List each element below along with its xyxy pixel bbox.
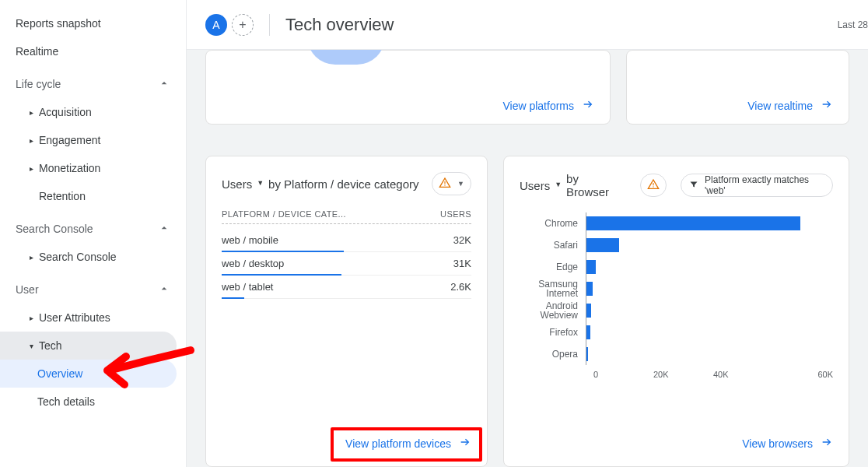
bar-row: Opera [520,343,833,365]
sidebar-item-user-attributes[interactable]: ▸ User Attributes [0,304,186,332]
row-label: web / tablet [222,281,274,293]
sidebar-item-tech[interactable]: ▾ Tech [0,332,177,360]
label-strong: Users [222,177,252,191]
label: Retention [39,190,86,202]
label: View realtime [747,100,813,112]
sidebar-item-acquisition[interactable]: ▸ Acquisition [0,98,186,126]
arrow-right-icon [821,98,833,113]
bar-fill [586,304,591,318]
sidebar-item-retention[interactable]: ▸ Retention [0,182,186,210]
arrow-right-icon [582,98,594,113]
filter-label: Platform exactly matches 'web' [705,174,824,196]
bar-row: Safari [520,234,833,256]
view-realtime-link[interactable]: View realtime [747,98,833,113]
filter-pill[interactable]: Platform exactly matches 'web' [681,174,833,197]
table-row[interactable]: web / tablet2.6K [222,276,471,299]
sidebar-item-realtime[interactable]: Realtime [0,37,186,65]
topbar: A + Tech overview Last 28 [187,0,868,50]
label: Life cycle [16,78,61,90]
label: View browsers [742,437,813,450]
browser-bar-chart: ChromeSafariEdgeSamsungInternetAndroidWe… [520,212,833,365]
dropdown-icon[interactable]: ▼ [555,181,562,188]
plus-icon: + [239,18,246,32]
bar-label: Chrome [520,219,586,228]
chevron-up-icon [158,222,170,237]
chevron-up-icon [158,77,170,92]
row-label: web / desktop [222,258,284,269]
view-browsers-link[interactable]: View browsers [742,436,833,451]
axis-tick: 40K [713,370,773,379]
sidebar-item-reports-snapshot[interactable]: Reports snapshot [0,9,186,37]
axis-tick: 0 [593,370,653,379]
sidebar-section-user[interactable]: User [0,276,186,304]
label: Acquisition [39,106,92,118]
bar-row: AndroidWebview [520,300,833,321]
warning-pill[interactable] [640,174,667,197]
bar-fill [586,260,596,274]
view-platform-devices-link[interactable]: View platform devices [345,436,471,451]
bar-label: SamsungInternet [520,279,586,298]
dropdown-icon: ▼ [457,180,464,188]
caret-right-icon: ▸ [26,253,36,262]
divider [269,14,270,36]
label: Overview [37,367,82,380]
bar-fill [586,238,619,252]
chart-fragment [307,50,385,65]
table-row[interactable]: web / mobile32K [222,229,471,252]
add-comparison-button[interactable]: + [232,14,254,36]
sidebar-item-monetization[interactable]: ▸ Monetization [0,154,186,182]
sidebar-item-tech-details[interactable]: Tech details [0,388,186,416]
label-rest: by Platform / device category [268,177,418,191]
platforms-summary-card: View platforms [205,50,611,125]
axis-tick: 60K [773,370,833,379]
row-value: 31K [453,258,471,269]
caret-right-icon: ▸ [26,314,36,322]
label: Search Console [39,251,117,263]
bar-label: Edge [520,262,586,272]
label: Tech details [37,395,95,408]
caret-right-icon: ▸ [26,136,36,145]
sidebar-item-engagement[interactable]: ▸ Engagement [0,126,186,154]
bar-track [586,212,833,234]
bar-fill [586,325,590,339]
date-range[interactable]: Last 28 [838,19,868,30]
bar-row: Firefox [520,321,833,343]
warning-pill[interactable]: ▼ [432,172,471,195]
sidebar-item-tech-overview[interactable]: Overview [0,360,177,388]
main: A + Tech overview Last 28 View platforms [187,0,868,467]
col-category: PLATFORM / DEVICE CATE... [222,209,346,219]
arrow-right-icon [821,436,833,451]
table-row[interactable]: web / desktop31K [222,252,471,276]
row-label: web / mobile [222,234,278,246]
label: Engagement [39,134,100,146]
label-strong: Users [520,179,550,192]
sidebar-item-search-console[interactable]: ▸ Search Console [0,243,186,271]
bar-label: AndroidWebview [520,301,586,320]
caret-right-icon: ▸ [26,108,36,117]
label: User [16,283,39,296]
label: Monetization [39,162,100,174]
label: Reports snapshot [16,17,101,30]
bar-track [586,300,833,321]
dropdown-icon[interactable]: ▼ [257,179,264,187]
svg-rect-1 [445,181,446,184]
bar-fill [586,347,588,361]
browser-card: Users▼ by Browser Platform exactly match… [503,156,849,467]
svg-point-0 [444,184,445,185]
avatar[interactable]: A [205,14,227,36]
chevron-up-icon [158,283,170,297]
sidebar-section-life-cycle[interactable]: Life cycle [0,70,186,98]
card-title: Users▼ by Platform / device category ▼ [222,172,471,195]
row-value: 32K [453,234,471,246]
warning-icon [439,177,451,191]
bar-track [586,278,833,300]
bar-track [586,321,833,343]
filter-icon [689,180,698,191]
arrow-right-icon [459,436,471,451]
view-platforms-link[interactable]: View platforms [502,98,594,113]
card-title: Users▼ by Browser Platform exactly match… [520,172,833,198]
sidebar-section-search-console[interactable]: Search Console [0,215,186,243]
bar-row: SamsungInternet [520,278,833,300]
x-axis: 020K40K60K [593,370,833,379]
col-users: USERS [440,209,471,219]
